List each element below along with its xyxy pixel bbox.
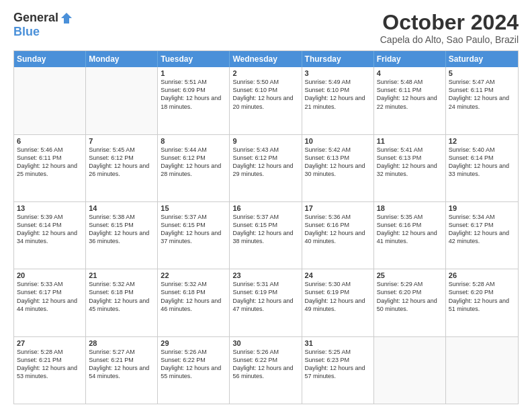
cell-info: Sunrise: 5:41 AMSunset: 6:13 PMDaylight:… — [377, 146, 437, 177]
header-day-sunday: Sunday — [14, 51, 86, 67]
day-number: 29 — [161, 339, 226, 347]
calendar-cell: 7Sunrise: 5:45 AMSunset: 6:12 PMDaylight… — [86, 135, 158, 201]
day-number: 18 — [377, 204, 443, 212]
day-number: 16 — [232, 204, 298, 212]
day-number: 14 — [89, 204, 154, 212]
cell-info: Sunrise: 5:26 AMSunset: 6:22 PMDaylight:… — [161, 349, 221, 379]
calendar-cell: 23Sunrise: 5:31 AMSunset: 6:19 PMDayligh… — [230, 269, 302, 336]
cell-info: Sunrise: 5:31 AMSunset: 6:19 PMDaylight:… — [232, 281, 293, 312]
logo-general-text: General — [13, 11, 58, 25]
location: Capela do Alto, Sao Paulo, Brazil — [380, 34, 519, 45]
logo-icon — [60, 11, 73, 25]
calendar-row-0: 1Sunrise: 5:51 AMSunset: 6:09 PMDaylight… — [14, 67, 518, 134]
calendar-cell: 18Sunrise: 5:35 AMSunset: 6:16 PMDayligh… — [374, 202, 446, 269]
calendar-cell: 10Sunrise: 5:42 AMSunset: 6:13 PMDayligh… — [302, 135, 374, 201]
cell-info: Sunrise: 5:37 AMSunset: 6:15 PMDaylight:… — [232, 214, 293, 244]
day-number: 23 — [232, 271, 298, 279]
cell-info: Sunrise: 5:28 AMSunset: 6:21 PMDaylight:… — [17, 349, 77, 379]
cell-info: Sunrise: 5:51 AMSunset: 6:09 PMDaylight:… — [161, 79, 221, 109]
calendar-cell: 16Sunrise: 5:37 AMSunset: 6:15 PMDayligh… — [230, 202, 302, 269]
cell-info: Sunrise: 5:40 AMSunset: 6:14 PMDaylight:… — [449, 146, 509, 177]
cell-info: Sunrise: 5:32 AMSunset: 6:18 PMDaylight:… — [161, 281, 221, 312]
calendar-cell: 17Sunrise: 5:36 AMSunset: 6:16 PMDayligh… — [302, 202, 374, 269]
calendar-cell: 12Sunrise: 5:40 AMSunset: 6:14 PMDayligh… — [446, 135, 518, 201]
day-number: 17 — [305, 204, 371, 212]
calendar-cell — [86, 67, 158, 134]
cell-info: Sunrise: 5:44 AMSunset: 6:12 PMDaylight:… — [161, 146, 221, 177]
calendar-cell: 8Sunrise: 5:44 AMSunset: 6:12 PMDaylight… — [158, 135, 230, 201]
day-number: 7 — [89, 137, 154, 145]
cell-info: Sunrise: 5:46 AMSunset: 6:11 PMDaylight:… — [17, 146, 77, 177]
cell-info: Sunrise: 5:25 AMSunset: 6:23 PMDaylight:… — [305, 349, 365, 379]
day-number: 6 — [17, 137, 83, 145]
calendar-cell: 14Sunrise: 5:38 AMSunset: 6:15 PMDayligh… — [86, 202, 158, 269]
day-number: 22 — [161, 271, 226, 279]
calendar-cell: 29Sunrise: 5:26 AMSunset: 6:22 PMDayligh… — [158, 337, 230, 404]
calendar-cell: 13Sunrise: 5:39 AMSunset: 6:14 PMDayligh… — [14, 202, 86, 269]
cell-info: Sunrise: 5:26 AMSunset: 6:22 PMDaylight:… — [232, 349, 293, 379]
calendar-cell: 19Sunrise: 5:34 AMSunset: 6:17 PMDayligh… — [446, 202, 518, 269]
calendar-cell: 26Sunrise: 5:28 AMSunset: 6:20 PMDayligh… — [446, 269, 518, 336]
title-section: October 2024 Capela do Alto, Sao Paulo, … — [380, 11, 519, 45]
day-number: 10 — [305, 137, 371, 145]
calendar-cell: 27Sunrise: 5:28 AMSunset: 6:21 PMDayligh… — [14, 337, 86, 404]
calendar-cell: 20Sunrise: 5:33 AMSunset: 6:17 PMDayligh… — [14, 269, 86, 336]
day-number: 9 — [232, 137, 298, 145]
cell-info: Sunrise: 5:42 AMSunset: 6:13 PMDaylight:… — [305, 146, 365, 177]
svg-marker-0 — [61, 13, 72, 24]
calendar-row-3: 20Sunrise: 5:33 AMSunset: 6:17 PMDayligh… — [14, 269, 518, 336]
calendar-cell — [14, 67, 86, 134]
calendar-cell: 4Sunrise: 5:48 AMSunset: 6:11 PMDaylight… — [374, 67, 446, 134]
day-number: 19 — [449, 204, 515, 212]
calendar-cell: 3Sunrise: 5:49 AMSunset: 6:10 PMDaylight… — [302, 67, 374, 134]
day-number: 26 — [449, 271, 515, 279]
calendar-cell: 22Sunrise: 5:32 AMSunset: 6:18 PMDayligh… — [158, 269, 230, 336]
header: General Blue October 2024 Capela do Alto… — [13, 11, 519, 45]
cell-info: Sunrise: 5:39 AMSunset: 6:14 PMDaylight:… — [17, 214, 77, 244]
calendar-cell: 30Sunrise: 5:26 AMSunset: 6:22 PMDayligh… — [230, 337, 302, 404]
day-number: 25 — [377, 271, 443, 279]
cell-info: Sunrise: 5:43 AMSunset: 6:12 PMDaylight:… — [232, 146, 293, 177]
calendar-cell: 2Sunrise: 5:50 AMSunset: 6:10 PMDaylight… — [230, 67, 302, 134]
day-number: 21 — [89, 271, 154, 279]
calendar-cell: 28Sunrise: 5:27 AMSunset: 6:21 PMDayligh… — [86, 337, 158, 404]
header-day-friday: Friday — [374, 51, 446, 67]
cell-info: Sunrise: 5:28 AMSunset: 6:20 PMDaylight:… — [449, 281, 509, 312]
cell-info: Sunrise: 5:37 AMSunset: 6:15 PMDaylight:… — [161, 214, 221, 244]
calendar-row-4: 27Sunrise: 5:28 AMSunset: 6:21 PMDayligh… — [14, 337, 518, 404]
day-number: 30 — [232, 339, 298, 347]
calendar-cell: 9Sunrise: 5:43 AMSunset: 6:12 PMDaylight… — [230, 135, 302, 201]
header-day-saturday: Saturday — [446, 51, 518, 67]
day-number: 3 — [305, 69, 371, 77]
calendar-cell: 31Sunrise: 5:25 AMSunset: 6:23 PMDayligh… — [302, 337, 374, 404]
cell-info: Sunrise: 5:35 AMSunset: 6:16 PMDaylight:… — [377, 214, 437, 244]
cell-info: Sunrise: 5:30 AMSunset: 6:19 PMDaylight:… — [305, 281, 365, 312]
day-number: 27 — [17, 339, 83, 347]
calendar-row-1: 6Sunrise: 5:46 AMSunset: 6:11 PMDaylight… — [14, 135, 518, 202]
cell-info: Sunrise: 5:29 AMSunset: 6:20 PMDaylight:… — [377, 281, 437, 312]
calendar-row-2: 13Sunrise: 5:39 AMSunset: 6:14 PMDayligh… — [14, 202, 518, 269]
logo: General Blue — [13, 11, 73, 39]
calendar-cell — [374, 337, 446, 404]
cell-info: Sunrise: 5:45 AMSunset: 6:12 PMDaylight:… — [89, 146, 149, 177]
calendar-cell: 11Sunrise: 5:41 AMSunset: 6:13 PMDayligh… — [374, 135, 446, 201]
day-number: 13 — [17, 204, 83, 212]
header-day-monday: Monday — [86, 51, 158, 67]
header-day-tuesday: Tuesday — [158, 51, 230, 67]
cell-info: Sunrise: 5:38 AMSunset: 6:15 PMDaylight:… — [89, 214, 149, 244]
cell-info: Sunrise: 5:27 AMSunset: 6:21 PMDaylight:… — [89, 349, 149, 379]
month-title: October 2024 — [380, 11, 519, 34]
calendar: SundayMondayTuesdayWednesdayThursdayFrid… — [13, 50, 519, 404]
day-number: 28 — [89, 339, 154, 347]
day-number: 24 — [305, 271, 371, 279]
calendar-header: SundayMondayTuesdayWednesdayThursdayFrid… — [14, 51, 518, 67]
day-number: 1 — [161, 69, 226, 77]
day-number: 4 — [377, 69, 443, 77]
calendar-cell: 24Sunrise: 5:30 AMSunset: 6:19 PMDayligh… — [302, 269, 374, 336]
day-number: 31 — [305, 339, 371, 347]
logo-blue-text: Blue — [13, 25, 40, 39]
day-number: 5 — [449, 69, 515, 77]
calendar-cell: 15Sunrise: 5:37 AMSunset: 6:15 PMDayligh… — [158, 202, 230, 269]
header-day-thursday: Thursday — [302, 51, 374, 67]
day-number: 2 — [232, 69, 298, 77]
